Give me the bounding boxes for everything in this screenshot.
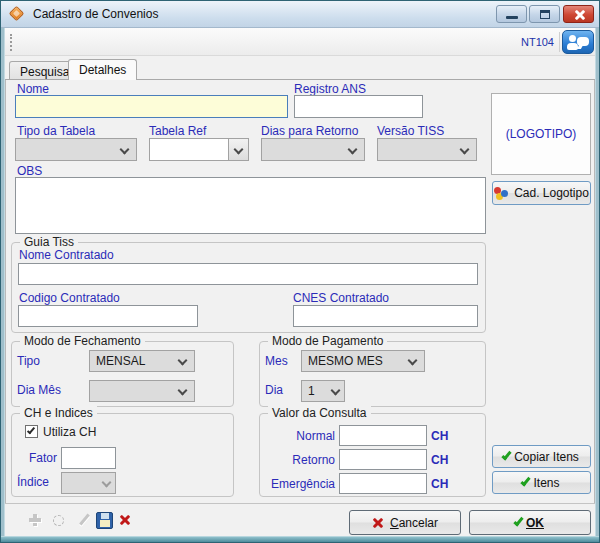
- emergencia-input[interactable]: [339, 473, 427, 494]
- obs-label: OBS: [17, 164, 42, 178]
- mes-label: Mes: [265, 354, 288, 368]
- tipo-fechamento-select[interactable]: MENSAL: [89, 350, 195, 372]
- toolbar-separator: [559, 32, 560, 52]
- valor-consulta-group-title: Valor da Consulta: [268, 406, 371, 420]
- versao-tiss-select[interactable]: [377, 138, 477, 161]
- fator-label: Fator: [29, 451, 57, 465]
- emergencia-unit-label: CH: [431, 477, 448, 491]
- tab-detalhes[interactable]: Detalhes: [68, 59, 137, 80]
- toolbar-grip-handle[interactable]: [10, 34, 13, 51]
- tipo-tabela-label: Tipo da Tabela: [17, 124, 95, 138]
- cnes-contratado-label: CNES Contratado: [293, 291, 389, 305]
- cad-logotipo-button[interactable]: Cad. Logotipo: [492, 181, 591, 205]
- cancel-record-button[interactable]: [118, 513, 131, 526]
- dias-retorno-label: Dias para Retorno: [261, 124, 358, 138]
- check-icon: [521, 476, 531, 487]
- chevron-down-icon: [178, 386, 188, 396]
- close-button[interactable]: [563, 5, 594, 23]
- add-record-button[interactable]: [28, 513, 42, 527]
- copiar-itens-button[interactable]: Copiar Itens: [492, 445, 591, 468]
- window-frame-left: [1, 28, 5, 542]
- floppy-disk-icon: [101, 513, 109, 519]
- guia-tiss-group-title: Guia Tiss: [20, 235, 78, 249]
- nome-contratado-input[interactable]: [18, 263, 478, 285]
- modo-fechamento-group-title: Modo de Fechamento: [20, 334, 145, 348]
- check-icon: [502, 450, 512, 461]
- dia-mes-label: Dia Mês: [17, 383, 61, 397]
- maximize-icon: [540, 10, 550, 19]
- minimize-button[interactable]: [496, 5, 527, 23]
- itens-button[interactable]: Itens: [492, 471, 591, 494]
- chevron-down-icon: [234, 145, 244, 155]
- tabela-ref-label: Tabela Ref: [149, 124, 206, 138]
- nome-label: Nome: [17, 82, 49, 96]
- retorno-unit-label: CH: [431, 453, 448, 467]
- ch-indices-group-title: CH e Indices: [20, 406, 97, 420]
- chevron-down-icon: [348, 145, 358, 155]
- top-toolbar: NT104: [2, 28, 598, 56]
- logotipo-placeholder: (LOGOTIPO): [506, 127, 577, 141]
- palette-icon: [494, 187, 509, 200]
- retorno-label: Retorno: [263, 453, 335, 467]
- save-record-button[interactable]: [96, 512, 113, 529]
- obs-textarea[interactable]: [15, 177, 486, 234]
- cadastro-convenios-window: Cadastro de Convenios NT104 Pesquisa Det…: [0, 0, 600, 543]
- versao-tiss-label: Versão TISS: [377, 124, 444, 138]
- dia-mes-select[interactable]: [89, 380, 195, 402]
- normal-input[interactable]: [339, 425, 427, 446]
- ok-button[interactable]: OK: [469, 510, 591, 535]
- chevron-down-icon: [331, 386, 341, 396]
- utiliza-ch-label: Utiliza CH: [43, 425, 96, 439]
- normal-unit-label: CH: [431, 429, 448, 443]
- title-bar: Cadastro de Convenios: [1, 1, 599, 28]
- tipo-fechamento-label: Tipo: [17, 354, 40, 368]
- chevron-down-icon: [102, 478, 112, 488]
- emergencia-label: Emergência: [263, 477, 335, 491]
- refresh-record-button[interactable]: [53, 515, 64, 526]
- dia-pagamento-select[interactable]: 1: [301, 380, 345, 402]
- chevron-down-icon: [178, 356, 188, 366]
- screen-code-label: NT104: [521, 36, 554, 48]
- tabsheet-border-bottom: [5, 503, 595, 504]
- indice-label: Índice: [17, 475, 49, 489]
- app-diamond-icon: [9, 6, 25, 22]
- dia-pagamento-label: Dia: [265, 383, 283, 397]
- minimize-icon: [506, 16, 518, 19]
- normal-label: Normal: [263, 429, 335, 443]
- nome-contratado-label: Nome Contratado: [19, 248, 114, 262]
- check-icon: [513, 516, 523, 527]
- window-title: Cadastro de Convenios: [33, 7, 158, 21]
- chevron-down-icon: [460, 145, 470, 155]
- codigo-contratado-input[interactable]: [18, 305, 198, 327]
- edit-record-button[interactable]: [79, 514, 90, 526]
- chevron-down-icon: [120, 145, 130, 155]
- dias-retorno-select[interactable]: [261, 138, 365, 161]
- fator-input[interactable]: [61, 447, 116, 469]
- checkmark-icon: [27, 426, 35, 435]
- retorno-input[interactable]: [339, 449, 427, 470]
- logotipo-box: (LOGOTIPO): [491, 93, 591, 175]
- codigo-contratado-label: Codigo Contratado: [19, 291, 120, 305]
- mes-select[interactable]: MESMO MES: [301, 350, 425, 372]
- user-chat-button[interactable]: [562, 30, 594, 54]
- chevron-down-icon: [408, 356, 418, 366]
- window-frame-bottom: [1, 536, 599, 542]
- tabsheet-border-left: [5, 79, 6, 504]
- registro-ans-input[interactable]: [294, 95, 423, 118]
- nome-input[interactable]: [15, 95, 288, 118]
- indice-select[interactable]: [61, 472, 116, 494]
- close-icon: [574, 9, 585, 20]
- tabela-ref-select[interactable]: [149, 138, 249, 161]
- utiliza-ch-checkbox[interactable]: [25, 425, 38, 438]
- registro-ans-label: Registro ANS: [294, 82, 366, 96]
- maximize-button[interactable]: [529, 5, 560, 23]
- modo-pagamento-group-title: Modo de Pagamento: [268, 334, 387, 348]
- tipo-tabela-select[interactable]: [15, 138, 137, 161]
- cnes-contratado-input[interactable]: [293, 305, 478, 327]
- window-frame-right: [595, 28, 599, 542]
- cancelar-button[interactable]: Cancelar: [349, 510, 461, 535]
- red-x-icon: [372, 516, 385, 529]
